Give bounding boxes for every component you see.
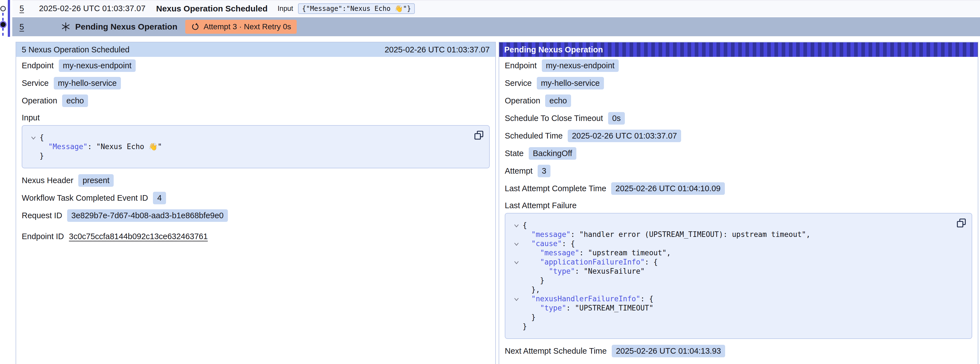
field-next-attempt-schedule-time: Next Attempt Schedule Time 2025-02-26 UT… (499, 342, 978, 360)
json-line: } (510, 313, 952, 322)
attempt-value: 3 (538, 165, 550, 177)
collapse-chevron-icon[interactable] (510, 221, 523, 230)
field-service-label: Service (22, 78, 49, 88)
scheduled-time-value: 2025-02-26 UTC 01:03:37.07 (568, 129, 681, 142)
event-history-list: 5 2025-02-26 UTC 01:03:37.07 Nexus Opera… (12, 0, 980, 36)
last-attempt-complete-value: 2025-02-26 UTC 01:04:10.09 (611, 182, 725, 195)
endpoint-id-link[interactable]: 3c0c75ccfa8144b092c13ce632463761 (69, 232, 208, 241)
input-json-block: { "Message": "Nexus Echo 👋" } (22, 125, 490, 168)
scheduled-time-label: Scheduled Time (505, 131, 563, 140)
timeline-marker-open-icon[interactable] (0, 6, 6, 11)
copy-icon[interactable] (956, 217, 967, 229)
field-last-attempt-complete-time: Last Attempt Complete Time 2025-02-26 UT… (499, 180, 978, 197)
pending-endpoint-label: Endpoint (505, 61, 537, 70)
event-input-label: Input (278, 5, 293, 13)
json-line: } (510, 322, 952, 331)
event-title: Nexus Operation Scheduled (156, 4, 267, 13)
json-line: "Message": "Nexus Echo 👋" (27, 142, 470, 151)
collapse-chevron-icon[interactable] (510, 294, 523, 303)
timeline-rail (0, 0, 12, 37)
copy-icon[interactable] (473, 129, 485, 141)
field-request-id-value: 3e829b7e-7d67-4b08-aad3-b1e868bfe9e0 (67, 209, 228, 222)
pending-panel-title: Pending Nexus Operation (504, 45, 603, 54)
failure-json-block: { "message": "handler error (UPSTREAM_TI… (505, 213, 972, 339)
last-attempt-complete-label: Last Attempt Complete Time (505, 184, 606, 193)
field-nexus-header: Nexus Header present (16, 172, 495, 189)
timeline-active-bar (8, 0, 10, 37)
event-id-link[interactable]: 5 (19, 4, 28, 13)
attempt-label: Attempt (505, 166, 533, 176)
retry-badge-label: Attempt 3 · Next Retry 0s (204, 22, 291, 31)
collapse-chevron-icon[interactable] (27, 133, 40, 142)
field-endpoint-id-label: Endpoint ID (22, 232, 64, 241)
pending-service-value: my-hello-service (537, 77, 604, 89)
pending-operation-panel: Pending Nexus Operation Endpoint my-nexu… (499, 42, 978, 364)
json-line: } (27, 151, 470, 161)
pending-operation-label: Operation (505, 96, 540, 105)
field-nexus-header-value: present (78, 174, 114, 187)
pending-nexus-operation-row-selected[interactable]: 5 Pending Nexus Operation Attempt 3 · Ne… (12, 17, 980, 36)
field-attempt: Attempt 3 (499, 162, 978, 180)
event-row-nexus-operation-scheduled[interactable]: 5 2025-02-26 UTC 01:03:37.07 Nexus Opera… (12, 0, 980, 16)
pending-operation-value: echo (545, 94, 571, 107)
timeline-marker-selected-icon[interactable] (0, 22, 6, 27)
field-service-value: my-hello-service (54, 77, 121, 89)
field-endpoint: Endpoint my-nexus-endpoint (16, 57, 495, 74)
retry-icon (191, 22, 200, 31)
retry-attempt-badge: Attempt 3 · Next Retry 0s (185, 20, 297, 34)
field-service: Service my-hello-service (16, 74, 495, 92)
event-timestamp: 2025-02-26 UTC 01:03:37.07 (39, 4, 145, 13)
json-line: "nexusHandlerFailureInfo": { (510, 294, 952, 303)
field-service: Service my-hello-service (499, 74, 978, 92)
schedule-to-close-value: 0s (608, 112, 625, 125)
scheduled-panel-timestamp: 2025-02-26 UTC 01:03:37.07 (385, 45, 490, 54)
pending-event-id-link[interactable]: 5 (19, 22, 28, 32)
field-workflow-task-completed-event-id: Workflow Task Completed Event ID 4 (16, 189, 495, 207)
event-detail-area: 5 Nexus Operation Scheduled 2025-02-26 U… (16, 42, 978, 364)
json-line: } (510, 276, 952, 285)
json-line: "applicationFailureInfo": { (510, 257, 952, 267)
field-request-id: Request ID 3e829b7e-7d67-4b08-aad3-b1e86… (16, 207, 495, 224)
collapse-chevron-icon[interactable] (510, 239, 523, 248)
field-state: State BackingOff (499, 145, 978, 162)
next-attempt-label: Next Attempt Schedule Time (505, 346, 607, 356)
pending-panel-header: Pending Nexus Operation (499, 42, 978, 57)
field-scheduled-time: Scheduled Time 2025-02-26 UTC 01:03:37.0… (499, 127, 978, 145)
field-endpoint: Endpoint my-nexus-endpoint (499, 57, 978, 74)
last-attempt-failure-label: Last Attempt Failure (499, 197, 978, 210)
field-endpoint-value: my-nexus-endpoint (59, 59, 136, 72)
field-wft-completed-value: 4 (153, 192, 166, 204)
event-input-chip: {"Message":"Nexus Echo 👋"} (298, 3, 415, 14)
field-endpoint-id: Endpoint ID 3c0c75ccfa8144b092c13ce63246… (16, 228, 495, 245)
field-nexus-header-label: Nexus Header (22, 176, 73, 185)
json-line: "cause": { (510, 239, 952, 248)
json-line: }, (510, 285, 952, 294)
json-line: { (510, 221, 952, 230)
field-operation: Operation echo (499, 92, 978, 110)
json-line: "type": "NexusFailure" (510, 267, 952, 276)
scheduled-event-panel: 5 Nexus Operation Scheduled 2025-02-26 U… (16, 42, 496, 364)
scheduled-panel-header: 5 Nexus Operation Scheduled 2025-02-26 U… (16, 42, 495, 57)
next-attempt-value: 2025-02-26 UTC 01:04:13.93 (612, 345, 725, 357)
json-line: "message": "upstream timeout", (510, 248, 952, 257)
json-line: "message": "handler error (UPSTREAM_TIME… (510, 230, 952, 239)
scheduled-panel-title: 5 Nexus Operation Scheduled (22, 45, 129, 54)
pending-row-title: Pending Nexus Operation (75, 22, 177, 32)
field-operation-label: Operation (22, 96, 57, 105)
state-value: BackingOff (529, 147, 576, 160)
collapse-chevron-icon[interactable] (510, 257, 523, 267)
field-wft-completed-label: Workflow Task Completed Event ID (22, 193, 148, 203)
field-endpoint-label: Endpoint (22, 61, 54, 70)
pending-asterisk-icon (61, 22, 71, 32)
json-line: { (27, 133, 470, 142)
field-operation: Operation echo (16, 92, 495, 110)
field-operation-value: echo (62, 94, 88, 107)
json-line: "type": "UPSTREAM_TIMEOUT" (510, 303, 952, 313)
pending-endpoint-value: my-nexus-endpoint (542, 59, 619, 72)
input-section-label: Input (16, 110, 495, 122)
workflow-event-history-screen: 5 2025-02-26 UTC 01:03:37.07 Nexus Opera… (0, 0, 980, 364)
field-schedule-to-close-timeout: Schedule To Close Timeout 0s (499, 110, 978, 127)
schedule-to-close-label: Schedule To Close Timeout (505, 114, 603, 123)
state-label: State (505, 149, 524, 158)
field-request-id-label: Request ID (22, 211, 62, 220)
